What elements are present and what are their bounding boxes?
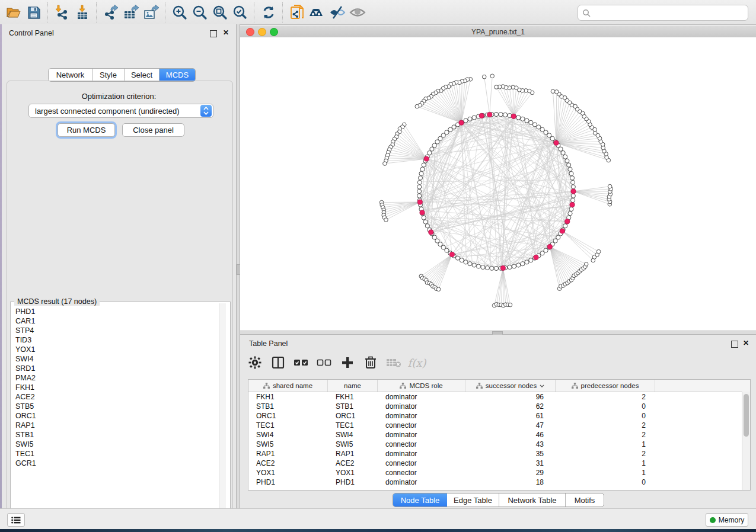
show-all-icon[interactable] bbox=[347, 4, 368, 21]
column-header-successor-nodes[interactable]: successor nodes bbox=[465, 380, 556, 392]
export-image-icon[interactable] bbox=[141, 4, 161, 21]
mcds-result-item[interactable]: YOX1 bbox=[11, 345, 219, 354]
table-scrollbar[interactable] bbox=[742, 392, 750, 490]
open-file-icon[interactable] bbox=[4, 4, 24, 21]
mcds-result-item[interactable]: GCR1 bbox=[11, 459, 219, 468]
mcds-result-item[interactable]: ORC1 bbox=[11, 411, 219, 421]
horizontal-splitter[interactable] bbox=[240, 331, 756, 335]
table-options-icon[interactable] bbox=[246, 354, 264, 371]
network-window-titlebar[interactable]: YPA_prune.txt_1 bbox=[240, 26, 756, 38]
tab-network[interactable]: Network bbox=[49, 69, 92, 81]
refresh-layout-icon[interactable] bbox=[259, 4, 279, 21]
table-cell: 2 bbox=[556, 421, 655, 430]
table-row[interactable]: STB1STB1dominator620 bbox=[248, 402, 750, 411]
mcds-result-item[interactable]: SWI4 bbox=[11, 354, 219, 364]
export-network-icon[interactable] bbox=[101, 4, 121, 21]
add-column-icon[interactable] bbox=[339, 354, 356, 371]
column-header-name[interactable]: name bbox=[328, 380, 378, 392]
result-scrollbar[interactable] bbox=[219, 303, 226, 520]
scrollbar-thumb[interactable] bbox=[744, 394, 749, 437]
network-view[interactable] bbox=[240, 37, 756, 331]
column-header-filler bbox=[655, 380, 750, 392]
tab-edge-table[interactable]: Edge Table bbox=[447, 493, 499, 507]
columns-icon[interactable] bbox=[269, 354, 287, 371]
export-table-icon[interactable] bbox=[121, 4, 141, 21]
table-cell: FKH1 bbox=[328, 393, 378, 401]
select-all-icon[interactable] bbox=[292, 354, 310, 371]
table-row[interactable]: PHD1PHD1dominator180 bbox=[248, 477, 750, 487]
mcds-result-item[interactable]: PMA2 bbox=[11, 373, 219, 383]
table-cell: connector bbox=[378, 440, 465, 448]
close-panel-icon[interactable]: ✕ bbox=[743, 339, 749, 347]
table-cell: 31 bbox=[465, 459, 556, 467]
table-cell: ORC1 bbox=[328, 412, 378, 420]
memory-button[interactable]: Memory bbox=[706, 513, 748, 527]
table-row[interactable]: ACE2ACE2connector311 bbox=[248, 459, 750, 468]
table-row[interactable]: SWI5SWI5connector431 bbox=[248, 440, 750, 449]
table-row[interactable]: TEC1TEC1connector472 bbox=[248, 421, 750, 430]
table-row[interactable]: ORC1ORC1dominator610 bbox=[248, 411, 750, 421]
tab-motifs[interactable]: Motifs bbox=[566, 493, 604, 507]
close-panel-icon[interactable]: ✕ bbox=[223, 28, 229, 37]
mcds-result-item[interactable]: STP4 bbox=[11, 326, 219, 335]
deselect-all-icon[interactable] bbox=[315, 354, 333, 371]
mcds-result-item[interactable]: CAR1 bbox=[11, 316, 219, 326]
table-cell: PHD1 bbox=[328, 478, 378, 486]
mcds-result-item[interactable]: STB1 bbox=[11, 430, 219, 440]
mcds-result-item[interactable]: TID3 bbox=[11, 335, 219, 345]
table-row[interactable]: RAP1RAP1dominator352 bbox=[248, 449, 750, 459]
table-cell: connector bbox=[378, 459, 465, 467]
mcds-result-item[interactable]: PHD1 bbox=[11, 307, 219, 316]
table-cell: ORC1 bbox=[248, 412, 328, 420]
search-network-icon[interactable] bbox=[307, 4, 327, 21]
import-table-icon[interactable] bbox=[72, 4, 92, 21]
table-cell: SWI4 bbox=[328, 431, 378, 439]
tab-style[interactable]: Style bbox=[92, 69, 125, 81]
tab-network-table[interactable]: Network Table bbox=[499, 493, 566, 507]
mcds-result-item[interactable]: TEC1 bbox=[11, 449, 219, 459]
save-icon[interactable] bbox=[24, 4, 44, 21]
delete-column-icon[interactable] bbox=[362, 354, 379, 371]
task-history-button[interactable] bbox=[7, 513, 25, 527]
column-header-MCDS-role[interactable]: MCDS role bbox=[378, 380, 465, 392]
share-network-icon[interactable] bbox=[287, 4, 307, 21]
search-input[interactable] bbox=[591, 7, 748, 19]
column-header-predecessor-nodes[interactable]: predecessor nodes bbox=[556, 380, 655, 392]
float-panel-icon[interactable] bbox=[731, 341, 738, 348]
zoom-fit-icon[interactable] bbox=[210, 4, 230, 21]
tab-mcds[interactable]: MCDS bbox=[160, 69, 195, 81]
zoom-out-icon[interactable] bbox=[190, 4, 210, 21]
column-header-shared-name[interactable]: shared name bbox=[248, 380, 328, 392]
mcds-result-item[interactable]: STB5 bbox=[11, 402, 219, 411]
app-window: Control Panel ✕ Network Style Select MCD… bbox=[0, 0, 756, 532]
criterion-dropdown[interactable]: largest connected component (undirected) bbox=[28, 104, 213, 118]
zoom-selected-icon[interactable] bbox=[230, 4, 250, 21]
network-graph[interactable] bbox=[240, 37, 756, 331]
table-row[interactable]: YOX1YOX1connector291 bbox=[248, 468, 750, 477]
mcds-result-item[interactable]: ACE2 bbox=[11, 392, 219, 402]
import-network-icon[interactable] bbox=[52, 4, 72, 21]
table-cell: STB1 bbox=[328, 402, 378, 411]
zoom-in-icon[interactable] bbox=[170, 4, 190, 21]
table-cell: FKH1 bbox=[248, 393, 328, 401]
mcds-result-item[interactable]: SWI5 bbox=[11, 440, 219, 449]
table-cell: TEC1 bbox=[328, 421, 378, 430]
memory-label: Memory bbox=[719, 516, 744, 524]
mcds-result-item[interactable]: FKH1 bbox=[11, 383, 219, 392]
vertical-splitter[interactable] bbox=[236, 24, 240, 508]
node-table: shared namenameMCDS rolesuccessor nodesp… bbox=[248, 379, 751, 491]
mcds-result-item[interactable]: RAP1 bbox=[11, 421, 219, 430]
float-panel-icon[interactable] bbox=[210, 30, 217, 37]
hide-selected-icon[interactable] bbox=[327, 4, 347, 21]
run-mcds-button[interactable]: Run MCDS bbox=[58, 123, 115, 137]
tab-select[interactable]: Select bbox=[125, 69, 160, 81]
control-panel-tabs: Network Style Select MCDS bbox=[48, 68, 196, 82]
table-row[interactable]: SWI4SWI4dominator462 bbox=[248, 430, 750, 440]
table-cell: 61 bbox=[465, 412, 556, 420]
close-panel-button[interactable]: Close panel bbox=[122, 123, 184, 137]
tab-node-table[interactable]: Node Table bbox=[393, 493, 447, 507]
table-row[interactable]: FKH1FKH1dominator962 bbox=[248, 392, 750, 402]
mcds-result-item[interactable]: SRD1 bbox=[11, 364, 219, 373]
table-cell: 96 bbox=[465, 393, 556, 401]
table-panel-title: Table Panel bbox=[249, 339, 288, 348]
